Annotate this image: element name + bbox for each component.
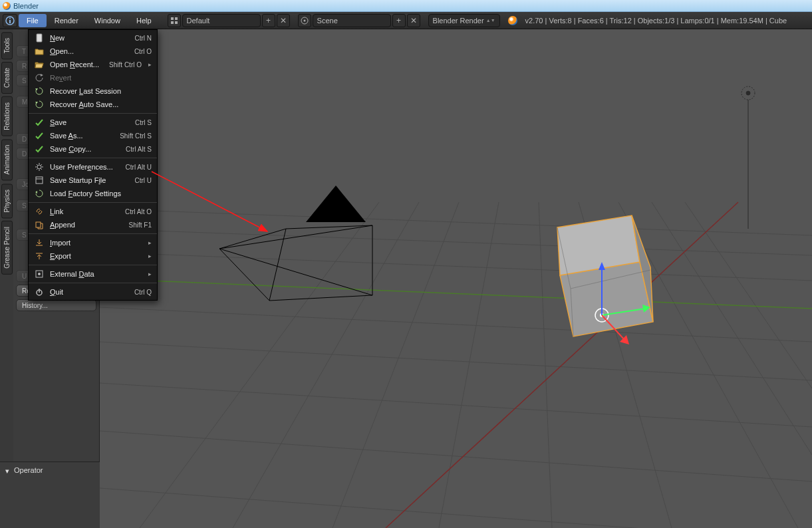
file-menu-external-data[interactable]: External Data▸ (29, 267, 157, 281)
file-menu-revert: Revert (29, 71, 157, 84)
layout-delete-button[interactable]: ✕ (277, 14, 290, 27)
title-bar: Blender (0, 0, 812, 12)
menu-item-shortcut: Ctrl Alt U (126, 164, 152, 171)
svg-point-60 (38, 273, 41, 275)
file-menu-export[interactable]: Export▸ (29, 249, 157, 263)
recover-auto-icon (34, 99, 45, 110)
operator-panel[interactable]: ▾ Operator (0, 462, 100, 528)
menu-item-label: Recover Last Session (50, 87, 152, 95)
file-menu-dropdown: NewCtrl NOpen...Ctrl OOpen Recent...Shif… (28, 29, 158, 301)
svg-line-27 (219, 229, 286, 249)
file-menu-save-copy[interactable]: Save Copy...Ctrl Alt S (29, 142, 157, 156)
render-engine-label: Blender Render (433, 17, 484, 25)
svg-rect-6 (175, 21, 178, 24)
import-icon (34, 237, 45, 248)
file-menu-recover-auto-save[interactable]: Recover Auto Save... (29, 98, 157, 111)
menu-item-label: Save As... (50, 132, 114, 140)
menu-separator (29, 202, 157, 203)
top-menu-bar: FileRenderWindowHelp Default + ✕ Scene +… (0, 12, 812, 29)
layout-add-button[interactable]: + (262, 14, 275, 27)
file-menu-link[interactable]: LinkCtrl Alt O (29, 205, 157, 218)
file-menu-save[interactable]: SaveCtrl S (29, 116, 157, 129)
svg-line-16 (100, 488, 812, 528)
side-tab-create[interactable]: Create (1, 62, 13, 94)
power-icon (34, 287, 45, 297)
file-menu-open-recent[interactable]: Open Recent...Shift Ctrl O▸ (29, 58, 157, 71)
menu-file[interactable]: File (19, 14, 47, 27)
menu-item-shortcut: Ctrl O (134, 48, 152, 55)
svg-line-18 (233, 202, 419, 528)
menu-item-label: Import (50, 239, 142, 247)
svg-marker-53 (35, 88, 38, 90)
window-title: Blender (13, 2, 39, 10)
svg-marker-54 (35, 102, 38, 104)
menu-item-label: Quit (50, 288, 129, 296)
side-tab-tools[interactable]: Tools (1, 32, 13, 59)
menu-window[interactable]: Window (86, 14, 128, 27)
menu-item-label: External Data (50, 270, 142, 278)
svg-line-23 (618, 202, 798, 528)
history-button[interactable]: History... (16, 299, 96, 311)
axis-x (100, 279, 812, 309)
menu-item-shortcut: Ctrl Alt S (126, 146, 152, 153)
menu-item-label: Load Factory Settings (50, 190, 152, 198)
menu-separator (29, 233, 157, 234)
disclosure-icon: ▾ (5, 467, 9, 475)
render-engine-dropdown[interactable]: Blender Render ▲▼ (428, 14, 500, 27)
file-menu-import[interactable]: Import▸ (29, 236, 157, 249)
svg-line-25 (685, 202, 812, 388)
append-icon (34, 219, 45, 230)
operator-label: Operator (14, 466, 43, 474)
svg-rect-4 (175, 17, 178, 20)
tool-shelf-tabs: ToolsCreateRelationsAnimationPhysicsGrea… (0, 29, 13, 528)
camera-object[interactable] (219, 186, 372, 301)
side-tab-grease-pencil[interactable]: Grease Pencil (1, 221, 13, 275)
submenu-arrow-icon: ▸ (148, 253, 152, 259)
svg-line-12 (100, 307, 812, 342)
viewport-canvas (100, 29, 812, 528)
menu-item-shortcut: Ctrl U (134, 177, 152, 184)
scene-delete-button[interactable]: ✕ (407, 14, 420, 27)
menu-item-label: Save (50, 118, 130, 126)
startup-icon (34, 175, 45, 186)
scene-name-field[interactable]: Scene (313, 14, 391, 27)
file-menu-save-startup-file[interactable]: Save Startup FileCtrl U (29, 174, 157, 187)
submenu-arrow-icon: ▸ (148, 61, 152, 68)
file-menu-new[interactable]: NewCtrl N (29, 31, 157, 45)
scene-browse-icon[interactable] (298, 14, 311, 27)
file-menu-recover-last-session[interactable]: Recover Last Session (29, 84, 157, 98)
file-menu-open[interactable]: Open...Ctrl O (29, 45, 157, 58)
menu-help[interactable]: Help (128, 14, 160, 27)
menu-separator (29, 113, 157, 114)
svg-rect-5 (171, 21, 174, 24)
file-menu-save-as[interactable]: Save As...Shift Ctrl S (29, 129, 157, 142)
folder-icon (34, 46, 45, 57)
file-menu-load-factory-settings[interactable]: Load Factory Settings (29, 187, 157, 200)
side-tab-physics[interactable]: Physics (1, 184, 13, 218)
screen-layout-browse-icon[interactable] (168, 14, 181, 27)
menu-render[interactable]: Render (47, 14, 86, 27)
file-menu-append[interactable]: AppendShift F1 (29, 218, 157, 231)
info-editor-icon[interactable] (3, 14, 17, 27)
svg-point-49 (746, 91, 750, 95)
check-copy-icon (34, 144, 45, 154)
menu-item-shortcut: Ctrl S (135, 119, 152, 126)
svg-point-2 (9, 17, 11, 19)
svg-line-15 (100, 431, 812, 481)
side-tab-relations[interactable]: Relations (1, 96, 13, 136)
svg-line-11 (100, 252, 812, 281)
layout-name-field[interactable]: Default (182, 14, 261, 27)
svg-line-17 (140, 202, 379, 528)
3d-viewport[interactable] (100, 29, 812, 528)
menu-item-label: User Preferences... (50, 163, 120, 171)
lamp-object[interactable] (742, 86, 755, 229)
file-menu-quit[interactable]: QuitCtrl Q (29, 285, 157, 299)
svg-marker-31 (306, 186, 366, 222)
side-tab-animation[interactable]: Animation (1, 139, 13, 180)
svg-line-20 (439, 202, 499, 528)
svg-line-21 (539, 202, 552, 528)
svg-marker-52 (41, 74, 43, 76)
menu-item-label: Open Recent... (50, 61, 104, 68)
file-menu-user-preferences[interactable]: User Preferences...Ctrl Alt U (29, 160, 157, 174)
scene-add-button[interactable]: + (392, 14, 406, 27)
